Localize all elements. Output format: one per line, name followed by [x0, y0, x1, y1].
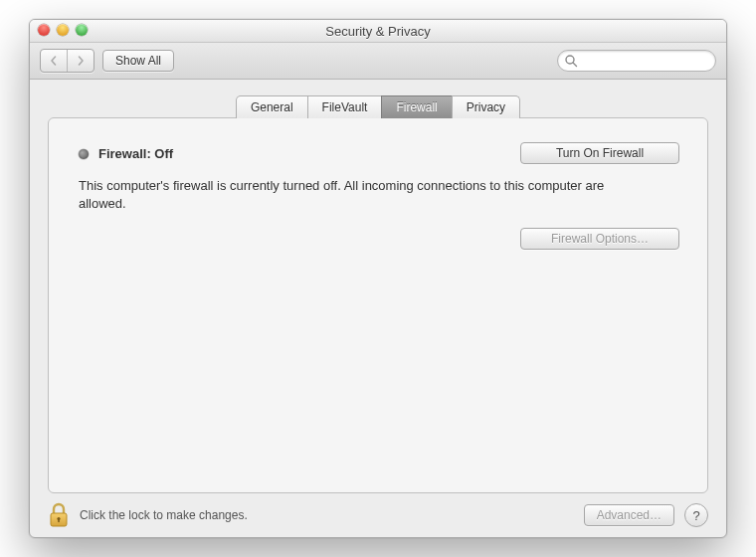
- tab-filevault[interactable]: FileVault: [307, 95, 383, 118]
- chevron-right-icon: [76, 56, 86, 66]
- firewall-status-label: Firewall: Off: [98, 146, 173, 161]
- firewall-panel: Firewall: Off This computer's firewall i…: [48, 117, 708, 493]
- svg-line-1: [573, 63, 577, 67]
- preferences-window: Security & Privacy Show All General File…: [29, 19, 727, 538]
- tab-firewall[interactable]: Firewall: [381, 95, 452, 118]
- help-button[interactable]: ?: [684, 503, 708, 527]
- toolbar: Show All: [30, 43, 726, 80]
- chevron-left-icon: [49, 56, 59, 66]
- firewall-options-button[interactable]: Firewall Options…: [520, 228, 679, 250]
- svg-rect-4: [58, 519, 60, 522]
- footer: Click the lock to make changes. Advanced…: [30, 493, 726, 537]
- lock-icon: [48, 502, 70, 528]
- search-icon: [564, 54, 578, 71]
- search-input[interactable]: [557, 50, 716, 72]
- titlebar: Security & Privacy: [30, 20, 726, 43]
- window-title: Security & Privacy: [30, 24, 726, 39]
- lock-hint-text: Click the lock to make changes.: [80, 508, 248, 522]
- tab-general[interactable]: General: [236, 95, 308, 118]
- tab-privacy[interactable]: Privacy: [452, 95, 520, 118]
- status-indicator-icon: [79, 149, 89, 159]
- advanced-button[interactable]: Advanced…: [584, 504, 674, 526]
- back-button[interactable]: [41, 50, 68, 72]
- content-area: General FileVault Firewall Privacy Firew…: [30, 80, 726, 493]
- zoom-icon[interactable]: [76, 24, 88, 36]
- show-all-button[interactable]: Show All: [102, 50, 174, 72]
- search-field-wrap: [557, 50, 716, 72]
- tabs: General FileVault Firewall Privacy: [48, 95, 708, 118]
- traffic-lights: [38, 24, 88, 36]
- lock-button[interactable]: [48, 502, 70, 528]
- minimize-icon[interactable]: [57, 24, 69, 36]
- turn-on-firewall-button[interactable]: Turn On Firewall: [520, 142, 679, 164]
- nav-segmented: [40, 49, 94, 73]
- firewall-status-description: This computer's firewall is currently tu…: [79, 177, 616, 212]
- close-icon[interactable]: [38, 24, 50, 36]
- forward-button[interactable]: [68, 50, 94, 72]
